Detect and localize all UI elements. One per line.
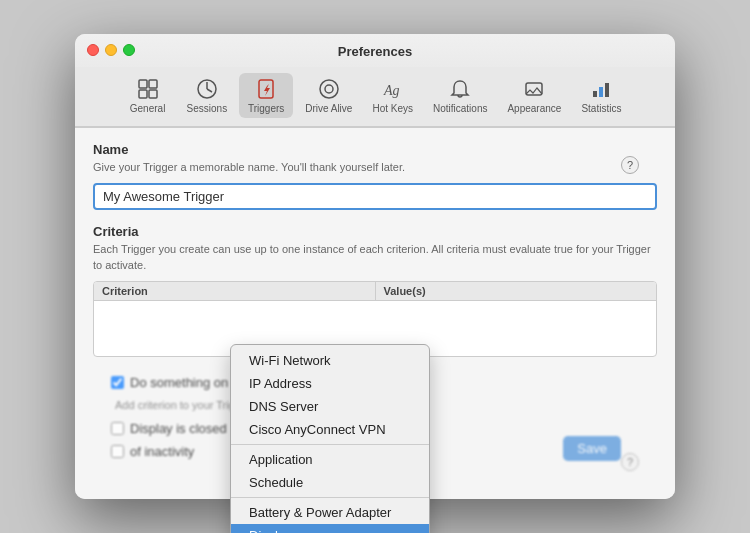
bottom-help-button[interactable]: ? [621,453,639,471]
name-title: Name [93,142,657,157]
drive-alive-icon [317,77,341,101]
menu-item-dns[interactable]: DNS Server [231,395,429,418]
menu-item-cisco[interactable]: Cisco AnyConnect VPN [231,418,429,441]
statistics-label: Statistics [581,103,621,114]
hotkeys-label: Hot Keys [372,103,413,114]
svg-rect-3 [149,90,157,98]
triggers-label: Triggers [248,103,284,114]
drive-alive-label: Drive Alive [305,103,352,114]
values-column: Value(s) [376,282,657,300]
lid-label: Display is closed [130,421,227,436]
separator-1 [231,444,429,445]
criteria-title: Criteria [93,224,657,239]
sessions-label: Sessions [187,103,228,114]
toolbar-sessions[interactable]: Sessions [179,73,236,118]
criterion-column: Criterion [94,282,376,300]
svg-rect-2 [139,90,147,98]
notifications-icon [448,77,472,101]
maximize-button[interactable] [123,44,135,56]
svg-point-7 [320,80,338,98]
svg-rect-9 [526,83,542,95]
close-button[interactable] [87,44,99,56]
name-description: Give your Trigger a memorable name. You'… [93,160,657,175]
appearance-icon [522,77,546,101]
menu-item-schedule[interactable]: Schedule [231,471,429,494]
title-bar: Preferences General [75,34,675,128]
criteria-description: Each Trigger you create can use up to on… [93,242,657,273]
toolbar-drive-alive[interactable]: Drive Alive [297,73,360,118]
svg-text:Ag: Ag [383,83,400,98]
preferences-window: Preferences General [75,34,675,499]
checkbox-lid[interactable] [111,422,124,435]
checkbox-1[interactable] [111,376,124,389]
menu-item-application[interactable]: Application [231,448,429,471]
toolbar-statistics[interactable]: Statistics [573,73,629,118]
traffic-lights [87,44,135,56]
general-label: General [130,103,166,114]
svg-rect-0 [139,80,147,88]
criteria-section: Criteria Each Trigger you create can use… [93,224,657,357]
svg-point-6 [325,85,333,93]
minimize-button[interactable] [105,44,117,56]
hotkeys-icon: Ag [381,77,405,101]
appearance-label: Appearance [507,103,561,114]
save-button[interactable]: Save [563,436,621,461]
trigger-name-input[interactable] [93,183,657,210]
notifications-label: Notifications [433,103,487,114]
toolbar-general[interactable]: General [121,73,175,118]
svg-rect-12 [605,83,609,97]
toolbar: General Sessions [75,67,675,127]
statistics-icon [589,77,613,101]
window-title: Preferences [75,44,675,67]
triggers-icon [254,77,278,101]
table-header: Criterion Value(s) [94,282,656,301]
separator-2 [231,497,429,498]
checkbox-inactivity[interactable] [111,445,124,458]
toolbar-triggers[interactable]: Triggers [239,73,293,118]
toolbar-hotkeys[interactable]: Ag Hot Keys [364,73,421,118]
menu-item-ip[interactable]: IP Address [231,372,429,395]
svg-rect-11 [599,87,603,97]
menu-item-battery[interactable]: Battery & Power Adapter [231,501,429,524]
general-icon [136,77,160,101]
name-help-button[interactable]: ? [621,156,639,174]
dropdown-menu: Wi-Fi Network IP Address DNS Server Cisc… [230,344,430,533]
name-section: Name Give your Trigger a memorable name.… [93,142,657,224]
inactivity-label: of inactivity [130,444,194,459]
checkbox-1-label: Do something on [130,375,228,390]
menu-item-wifi[interactable]: Wi-Fi Network [231,349,429,372]
svg-rect-1 [149,80,157,88]
toolbar-notifications[interactable]: Notifications [425,73,495,118]
toolbar-appearance[interactable]: Appearance [499,73,569,118]
sessions-icon [195,77,219,101]
svg-rect-10 [593,91,597,97]
menu-item-displays[interactable]: Displays [231,524,429,533]
